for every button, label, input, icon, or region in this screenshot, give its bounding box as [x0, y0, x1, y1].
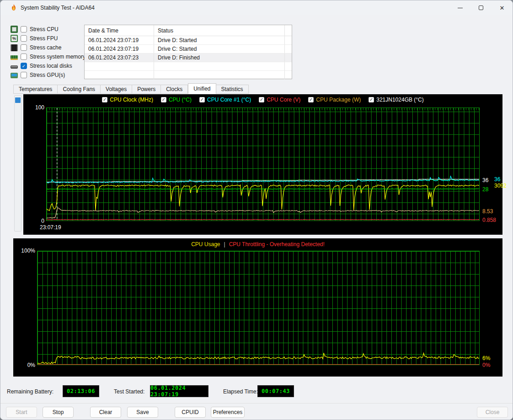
slider-thumb[interactable]: [15, 97, 21, 103]
tab-powers[interactable]: Powers: [132, 85, 161, 94]
stress-cpu-label: Stress CPU: [30, 26, 59, 32]
stress-option-row: Stress FPU: [11, 34, 88, 43]
stress-option-row: Stress system memory: [11, 52, 88, 61]
log-cell-extra: [285, 45, 292, 53]
aida64-flame-icon: [10, 4, 17, 11]
cpu-chip-icon: [11, 26, 18, 33]
legend-label: CPU Core (V): [267, 97, 300, 103]
tab-voltages[interactable]: Voltages: [101, 85, 132, 94]
current-value-ssd-321jn1024gb-temp: 36: [482, 177, 488, 183]
log-cell-status: Drive D: Finished: [154, 54, 285, 62]
stress-fpu-checkbox[interactable]: [21, 35, 27, 42]
current-value-cpu-temp: 28: [482, 186, 488, 193]
cpu-package-w-checkbox[interactable]: ✓: [308, 97, 314, 102]
cpuid-button[interactable]: CPUID: [175, 407, 206, 418]
y-axis-max-label: 100%: [16, 248, 35, 254]
start-button: Start: [6, 407, 37, 418]
stress-cache-label: Stress cache: [30, 44, 61, 51]
series-cpu-temp: [47, 188, 479, 189]
stress-local-disks-label: Stress local disks: [30, 63, 72, 69]
column-header-extra: [285, 25, 292, 36]
stress-gpu-s-label: Stress GPU(s): [30, 72, 65, 78]
y-axis-max-label: 100: [25, 104, 44, 111]
preferences-button[interactable]: Preferences: [211, 407, 245, 418]
remaining-battery-label: Remaining Battery:: [7, 388, 53, 395]
log-cell-status: [154, 62, 285, 70]
hard-disk-icon: [11, 65, 18, 69]
maximize-icon[interactable]: [470, 0, 492, 15]
save-button[interactable]: Save: [127, 407, 158, 418]
current-value-cpu-usage: 6%: [482, 355, 490, 361]
log-row: [85, 62, 292, 71]
tab-temperatures[interactable]: Temperatures: [13, 85, 58, 94]
stress-cache-checkbox[interactable]: [21, 44, 27, 51]
minimize-icon[interactable]: [449, 0, 470, 15]
y-axis-min-label: 0%: [25, 362, 35, 368]
legend-label: 321JN1024GB (°C): [376, 97, 424, 103]
column-header-datetime[interactable]: Date & Time: [85, 25, 154, 36]
log-cell-status: Drive C: Started: [154, 45, 285, 53]
stability-test-window: System Stability Test - AIDA64 ✕ Stress …: [0, 0, 513, 420]
stress-option-row: ✓Stress local disks: [11, 61, 88, 70]
title-part: |: [224, 241, 225, 248]
clear-button[interactable]: Clear: [90, 407, 121, 418]
current-value-cpu-throttling: 0%: [482, 362, 490, 368]
close-button: Close: [477, 407, 508, 418]
memory-module-icon: [11, 55, 18, 60]
stress-local-disks-checkbox[interactable]: ✓: [21, 63, 27, 69]
legend-label: CPU Clock (MHz): [110, 97, 153, 103]
current-value-cpu-package-w: 8.53: [482, 208, 493, 215]
stress-gpu-s-checkbox[interactable]: [21, 72, 27, 78]
y-axis-min-label: 0: [36, 218, 44, 224]
current-value-cpu-core1-temp: 36: [494, 176, 500, 183]
log-cell-extra: [285, 62, 292, 70]
stress-fpu-label: Stress FPU: [30, 35, 58, 42]
unified-plot-area: [46, 108, 480, 221]
log-table-header: Date & TimeStatus: [85, 25, 292, 36]
legend-item-cpu-clock-mhz: ✓CPU Clock (MHz): [102, 97, 153, 103]
legend-label: CPU Package (W): [316, 97, 361, 103]
stress-system-memory-checkbox[interactable]: [21, 54, 27, 60]
log-row[interactable]: 06.01.2024 23:07:19Drive C: Started: [85, 45, 292, 54]
close-icon[interactable]: ✕: [492, 0, 513, 15]
tab-unified[interactable]: Unified: [188, 83, 216, 94]
tab-clocks[interactable]: Clocks: [161, 85, 188, 94]
log-row[interactable]: 06.01.2024 23:07:19Drive D: Started: [85, 36, 292, 45]
unified-graph-series: [47, 108, 479, 221]
321jn1024gb-c-checkbox[interactable]: ✓: [369, 97, 374, 102]
stress-option-row: Stress GPU(s): [11, 70, 88, 80]
stress-cpu-checkbox[interactable]: [21, 26, 27, 32]
log-cell-extra: [285, 71, 292, 79]
log-cell-datetime: [85, 62, 154, 70]
stop-button[interactable]: Stop: [43, 407, 74, 418]
gpu-monitor-icon: [11, 73, 18, 78]
column-header-status[interactable]: Status: [154, 25, 285, 36]
tab-cooling-fans[interactable]: Cooling Fans: [58, 85, 101, 94]
graph-scroll-slider[interactable]: [14, 95, 21, 232]
cpu-core-1-c-checkbox[interactable]: ✓: [199, 97, 205, 102]
log-cell-datetime: [85, 71, 154, 79]
cpu-usage-title: CPU Usage|CPU Throttling - Overheating D…: [13, 241, 502, 248]
title-part: CPU Throttling - Overheating Detected!: [229, 241, 325, 248]
cpu-core-v-checkbox[interactable]: ✓: [259, 97, 264, 102]
legend-item-321jn1024gb-c: ✓321JN1024GB (°C): [369, 97, 424, 103]
cpu-usage-plot-area: [37, 251, 480, 365]
series-cpu-core-v: [47, 220, 479, 220]
log-cell-extra: [285, 54, 292, 62]
cpu-usage-graph-series: [37, 251, 479, 365]
remaining-battery-value: 02:13:06: [63, 385, 99, 397]
cpu-clock-mhz-checkbox[interactable]: ✓: [102, 97, 107, 102]
fpu-chip-icon: [11, 35, 18, 42]
legend-item-cpu-c: ✓CPU (°C): [161, 97, 192, 103]
current-value-cpu-clock-mhz: 3092: [494, 183, 507, 189]
cpu-usage-graph-panel: CPU Usage|CPU Throttling - Overheating D…: [13, 238, 502, 377]
cpu-c-checkbox[interactable]: ✓: [161, 97, 166, 102]
log-cell-status: [154, 71, 285, 79]
stress-options-list: Stress CPUStress FPUStress cacheStress s…: [11, 25, 88, 80]
tab-statistics[interactable]: Statistics: [216, 85, 249, 94]
elapsed-time-label: Elapsed Time:: [223, 388, 258, 395]
legend-item-cpu-package-w: ✓CPU Package (W): [308, 97, 361, 103]
title-bar[interactable]: System Stability Test - AIDA64 ✕: [0, 0, 513, 15]
log-row[interactable]: 06.01.2024 23:07:23Drive D: Finished: [85, 54, 292, 62]
test-started-value: 06.01.2024 23:07:19: [150, 385, 208, 397]
